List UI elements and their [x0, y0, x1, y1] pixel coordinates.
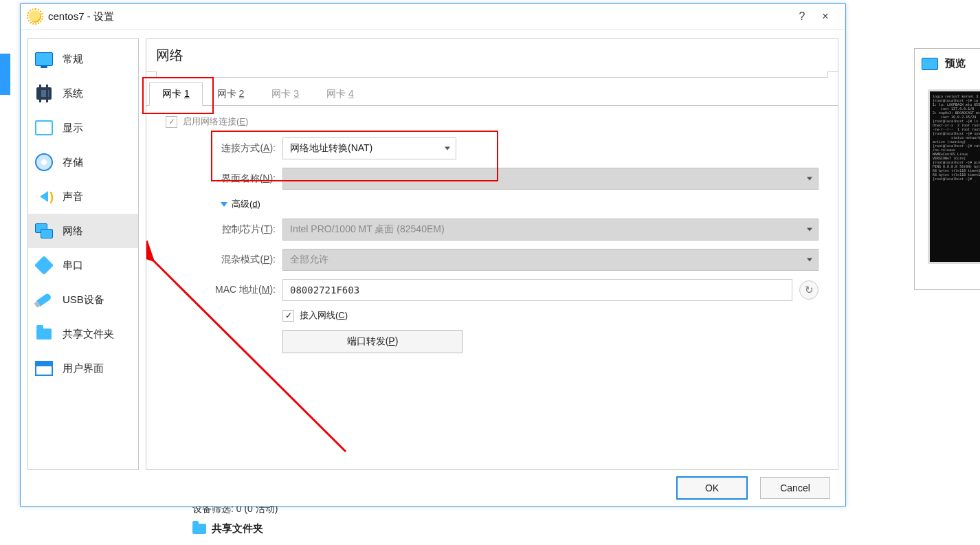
sidebar-item-label: 声音 — [63, 190, 83, 203]
bg-selection-strip — [0, 54, 10, 95]
tab-adapter-4[interactable]: 网卡 4 — [313, 82, 367, 106]
interface-name-label: 界面名称(N): — [166, 173, 282, 185]
panel-header-underline — [156, 71, 828, 78]
network-icon — [35, 223, 53, 238]
sidebar-item-label: 串口 — [63, 259, 83, 272]
interface-name-select — [282, 168, 818, 190]
sidebar-item-system[interactable]: 系统 — [28, 76, 138, 111]
sidebar-item-label: 共享文件夹 — [63, 328, 114, 341]
promiscuous-mode-value: 全部允许 — [290, 254, 328, 266]
sidebar-item-label: 网络 — [63, 225, 83, 238]
cable-connected-checkbox[interactable] — [282, 310, 294, 322]
port-forwarding-button[interactable]: 端口转发(P) — [282, 330, 463, 353]
bg-shared-folder-label: 共享文件夹 — [212, 522, 263, 535]
enable-network-row: 启用网络连接(E) — [166, 115, 818, 128]
adapter-form: 启用网络连接(E) 连接方式(A): 网络地址转换(NAT) 界面名称(N): — [146, 106, 838, 353]
tab-adapter-3[interactable]: 网卡 3 — [258, 82, 312, 106]
sidebar-item-usb[interactable]: USB设备 — [28, 282, 138, 317]
promiscuous-mode-label: 混杂模式(P): — [166, 254, 282, 266]
adapter-type-value: Intel PRO/1000 MT 桌面 (82540EM) — [290, 223, 445, 236]
chevron-down-icon — [807, 258, 812, 262]
serial-port-icon — [35, 258, 53, 273]
storage-disk-icon — [35, 155, 53, 170]
bg-preview-title: 预览 — [945, 57, 966, 70]
sidebar-item-serial[interactable]: 串口 — [28, 248, 138, 282]
attached-to-select[interactable]: 网络地址转换(NAT) — [282, 137, 456, 159]
dialog-title: centos7 - 设置 — [48, 10, 114, 23]
chevron-down-icon — [445, 147, 450, 151]
sidebar-item-label: 用户界面 — [63, 362, 104, 375]
folder-icon — [35, 326, 53, 342]
attached-to-label: 连接方式(A): — [166, 142, 282, 155]
sidebar-item-audio[interactable]: 声音 — [28, 179, 138, 214]
port-forwarding-label: 端口转发(P) — [347, 335, 399, 348]
sidebar-item-user-interface[interactable]: 用户界面 — [28, 351, 138, 386]
adapter-type-label: 控制芯片(T): — [166, 223, 282, 236]
promiscuous-mode-select[interactable]: 全部允许 — [282, 249, 818, 271]
advanced-toggle[interactable]: 高级(d) — [221, 198, 818, 210]
sidebar-item-label: USB设备 — [63, 293, 104, 307]
adapter-tabs: 网卡 1 网卡 2 网卡 3 网卡 4 — [146, 82, 838, 106]
bg-shared-folder-row: 共享文件夹 — [192, 522, 263, 535]
adapter-type-row: 控制芯片(T): Intel PRO/1000 MT 桌面 (82540EM) — [166, 219, 818, 241]
panel-title: 网络 — [156, 47, 183, 63]
ui-icon — [35, 361, 53, 376]
interface-name-row: 界面名称(N): — [166, 168, 818, 190]
speaker-icon — [35, 189, 53, 204]
mac-address-label: MAC 地址(M): — [166, 284, 282, 296]
panel-header: 网络 — [146, 38, 838, 72]
sidebar-item-label: 存储 — [63, 156, 83, 169]
settings-sidebar: 常规 系统 显示 存储 声音 — [27, 38, 139, 470]
sidebar-item-label: 系统 — [63, 87, 83, 100]
system-chip-icon — [35, 86, 53, 101]
triangle-down-icon — [221, 202, 227, 207]
settings-dialog: centos7 - 设置 ? × 常规 系统 显示 — [20, 3, 846, 507]
vm-gear-icon — [29, 10, 41, 23]
ok-button[interactable]: OK — [676, 476, 748, 500]
cable-connected-row: 接入网线(C) — [282, 309, 818, 322]
general-icon — [35, 52, 53, 67]
enable-network-label: 启用网络连接(E) — [183, 115, 248, 128]
cable-connected-label: 接入网线(C) — [300, 309, 348, 322]
monitor-icon — [922, 58, 938, 70]
chevron-down-icon — [807, 177, 812, 181]
tab-adapter-1[interactable]: 网卡 1 — [149, 82, 203, 106]
close-button[interactable]: × — [814, 7, 837, 26]
help-button[interactable]: ? — [790, 7, 814, 26]
bg-vm-preview-terminal: login centos7 kernel 3.10 el7 [root@loca… — [928, 89, 980, 264]
sidebar-item-label: 显示 — [63, 122, 83, 135]
promiscuous-mode-row: 混杂模式(P): 全部允许 — [166, 249, 818, 271]
advanced-label: 高级(d) — [232, 198, 260, 210]
enable-network-checkbox[interactable] — [166, 116, 177, 128]
mac-address-row: MAC 地址(M): 08002721F603 ↻ — [166, 279, 818, 301]
tab-adapter-2[interactable]: 网卡 2 — [204, 82, 258, 106]
sidebar-item-label: 常规 — [63, 53, 83, 66]
cancel-button[interactable]: Cancel — [760, 477, 830, 499]
sidebar-item-general[interactable]: 常规 — [28, 42, 138, 76]
mac-address-input[interactable]: 08002721F603 — [282, 279, 792, 301]
sidebar-item-shared-folders[interactable]: 共享文件夹 — [28, 317, 138, 351]
display-icon — [35, 120, 53, 135]
folder-icon — [192, 524, 206, 534]
mac-refresh-button[interactable]: ↻ — [799, 280, 818, 300]
settings-main-panel: 网络 网卡 1 网卡 2 网卡 3 网卡 4 启用网络连接(E) 连接方式(A)… — [146, 38, 838, 470]
attached-to-row: 连接方式(A): 网络地址转换(NAT) — [166, 137, 818, 159]
attached-to-value: 网络地址转换(NAT) — [290, 142, 372, 155]
sidebar-item-display[interactable]: 显示 — [28, 111, 138, 145]
usb-icon — [35, 292, 53, 307]
dialog-footer: OK Cancel — [21, 470, 845, 506]
adapter-type-select[interactable]: Intel PRO/1000 MT 桌面 (82540EM) — [282, 219, 818, 241]
sidebar-item-network[interactable]: 网络 — [28, 214, 138, 248]
sidebar-item-storage[interactable]: 存储 — [28, 145, 138, 179]
titlebar: centos7 - 设置 ? × — [21, 4, 845, 30]
chevron-down-icon — [807, 228, 812, 232]
